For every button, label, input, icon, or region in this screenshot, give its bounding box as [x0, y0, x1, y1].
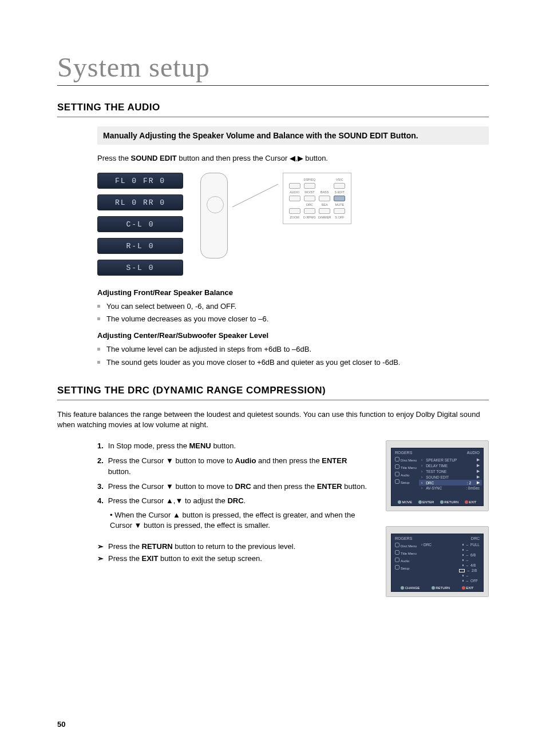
panel-label: S.EDIT	[335, 190, 345, 194]
sound-edit-button-highlight	[334, 196, 345, 201]
setup-icon	[395, 479, 399, 484]
tv-footer-item: MOVE	[402, 500, 412, 504]
step-pre: Press the Cursor ▲,▼ to adjust the	[108, 496, 228, 505]
page-title: System setup	[57, 51, 489, 86]
panel-label: DIMMER	[318, 216, 331, 219]
step-bold: DRC	[235, 482, 251, 491]
step-bold: MENU	[189, 441, 211, 450]
section-heading-drc: SETTING THE DRC (DYNAMIC RANGE COMPRESSI…	[57, 385, 489, 400]
tv-corner: AUDIO	[467, 451, 480, 455]
tv-left-item: Title Menu	[401, 466, 417, 469]
sub-heading-level: Adjusting Center/Rear/Subwoofer Speaker …	[97, 331, 489, 340]
lcd-display: R-L 0	[97, 238, 183, 254]
return-icon	[432, 586, 435, 590]
tv-corner: DRC	[471, 536, 480, 540]
panel-label: MUTE	[335, 203, 345, 206]
tv-footer-item: EXIT	[469, 500, 476, 504]
exit-pre: Press the	[108, 554, 142, 563]
step-number: 4.	[97, 495, 104, 507]
step-pre: In Stop mode, press the	[108, 441, 189, 450]
tv-menu-item: DRC	[424, 543, 432, 547]
panel-button	[319, 208, 330, 214]
tv-left-item: Disc Menu	[401, 459, 417, 462]
drc-row: 1. In Stop mode, press the MENU button. …	[57, 440, 489, 597]
tv-footer-item: ENTER	[422, 500, 434, 504]
bullet-list: The volume level can be adjusted in step…	[97, 343, 489, 368]
return-line: ➣ Press the RETURN button to return to t…	[97, 541, 370, 553]
step-post: .	[244, 496, 246, 505]
tv-illustration-drc: ROGERS DRC Disc Menu Title Menu Audio Se…	[386, 526, 489, 597]
step-pre: Press the Cursor ▼ button to move to	[108, 482, 235, 491]
tv-menu-val: ▶	[477, 463, 480, 468]
tv-menu: ›SPEAKER SETUP▶ ›DELAY TIME▶ ›TEST TONE▶…	[421, 457, 480, 491]
panel-button	[334, 183, 345, 189]
remote-area: DSP/EQVSIC AUDIOMO/STBASSS.EDIT DRCSEAMU…	[200, 173, 351, 258]
tv-menu-item: SPEAKER SETUP	[426, 458, 457, 462]
tv-brand: ROGERS	[395, 536, 412, 540]
exit-icon	[465, 500, 468, 504]
lcd-display: S-L 0	[97, 260, 183, 276]
intro-line: Press the SOUND EDIT button and then pre…	[97, 154, 489, 162]
slider-knob-icon	[459, 569, 465, 572]
disc-icon	[395, 543, 399, 547]
svg-line-0	[232, 184, 278, 207]
scale-label: 6/8	[470, 553, 476, 557]
step-number: 3.	[97, 481, 104, 492]
sub-heading-balance: Adjusting Front/Rear Speaker Balance	[97, 288, 489, 297]
panel-button	[289, 183, 300, 189]
list-item: The volume decreases as you move closer …	[97, 313, 489, 325]
exit-bold: EXIT	[142, 554, 159, 563]
panel-label: DSP/EQ	[303, 178, 315, 181]
tv-menu: › DRC –FULL – –6/8 – –4/8 –2/8 –	[421, 543, 480, 583]
exit-post: button to exit the setup screen.	[158, 554, 262, 563]
step-item: 1. In Stop mode, press the MENU button.	[97, 440, 370, 452]
tv-menu-val: ▶	[477, 457, 480, 462]
step-bold: ENTER	[322, 456, 347, 465]
step-pre: Press the Cursor ▼ button to move to	[108, 456, 235, 465]
steps-list: 1. In Stop mode, press the MENU button. …	[97, 440, 370, 564]
tv-left-item: Audio	[401, 474, 409, 477]
step-text: Press the Cursor ▼ button to move to DRC…	[108, 481, 367, 492]
move-icon	[398, 500, 401, 504]
tv-left-item: Audio	[401, 559, 409, 563]
step-number: 1.	[97, 440, 104, 452]
tv-footer-item: EXIT	[466, 586, 473, 590]
intro-pre: Press the	[97, 154, 131, 162]
tv-footer: MOVE ENTER RETURN EXIT	[395, 500, 480, 504]
step-text: Press the Cursor ▲,▼ to adjust the DRC.	[108, 495, 246, 507]
tv-left-item: Title Menu	[401, 552, 417, 555]
step-post: button.	[342, 482, 367, 491]
exit-icon	[462, 586, 465, 590]
step-post: and then press the	[251, 482, 317, 491]
step-post: button.	[108, 467, 131, 476]
step-post: button.	[211, 441, 236, 450]
step-number: 2.	[97, 455, 104, 478]
panel-label: BASS	[321, 190, 329, 194]
return-bold: RETURN	[142, 542, 173, 551]
tv-left-item: Setup	[401, 481, 410, 484]
return-post: button to return to the previous level.	[173, 542, 296, 551]
arrow-icon: ➣	[97, 553, 104, 565]
panel-button	[289, 208, 300, 214]
list-item: The sound gets louder as you move closer…	[97, 356, 489, 369]
panel-label: S.OFF	[335, 216, 344, 219]
disc-icon	[395, 457, 399, 461]
tv-menu-item-highlight: DRC	[426, 481, 434, 485]
tv-menu-item: DELAY TIME	[426, 464, 448, 468]
panel-button	[304, 196, 315, 201]
scale-label: FULL	[470, 543, 480, 547]
bullet-list: You can select between 0, -6, and OFF. T…	[97, 300, 489, 325]
page-number: 50	[57, 720, 65, 729]
step-item: 4. Press the Cursor ▲,▼ to adjust the DR…	[97, 495, 370, 507]
tv-menu-item: SOUND EDIT	[426, 475, 449, 479]
panel-label: DRC	[306, 203, 313, 206]
panel-label: MO/ST	[304, 190, 314, 194]
list-item: The volume level can be adjusted in step…	[97, 343, 489, 356]
tv-menu-item: AV-SYNC	[426, 486, 442, 490]
lcd-display: FL 0 FR 0	[97, 173, 183, 189]
display-stack: FL 0 FR 0 RL 0 RR 0 C-L 0 R-L 0 S-L 0	[97, 173, 183, 276]
audio-icon	[395, 472, 399, 476]
exit-line: ➣ Press the EXIT button to exit the setu…	[97, 553, 370, 565]
panel-button	[304, 208, 315, 214]
step-bold: DRC	[227, 496, 243, 505]
